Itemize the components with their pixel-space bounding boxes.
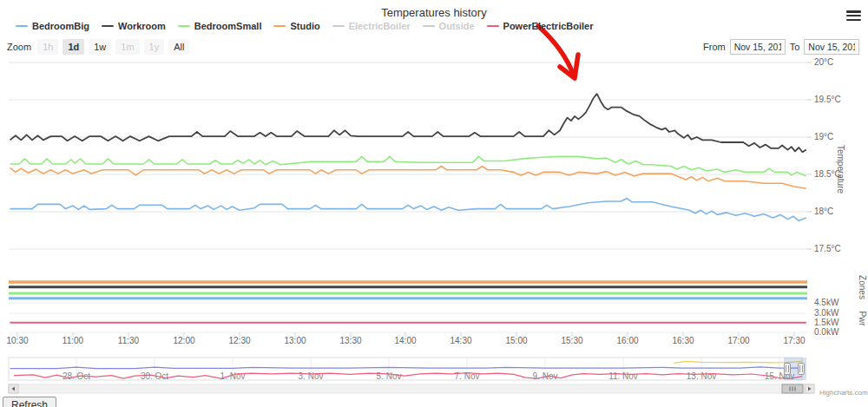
from-label: From: [703, 42, 726, 52]
legend-label: Outside: [439, 21, 475, 31]
highcharts-credit-link[interactable]: Highcharts.com: [819, 389, 868, 397]
temperature-axis-ticks: [807, 62, 812, 249]
navigator-series-yellow: [674, 361, 803, 363]
page-title: Temperatures history: [0, 6, 868, 19]
svg-text:5. Nov: 5. Nov: [377, 371, 402, 381]
zoom-button-1d[interactable]: 1d: [62, 39, 84, 55]
legend-label: PowerElectricBoiler: [503, 21, 594, 31]
chart-canvas: 10:3011:00 11:3012:00 12:3013:00 13:3014…: [0, 0, 868, 407]
temperature-axis-title: Temperature: [836, 145, 845, 194]
legend-item-powerelectricboiler[interactable]: PowerElectricBoiler: [487, 21, 594, 31]
to-date-input[interactable]: [804, 39, 859, 55]
svg-text:19°C: 19°C: [814, 132, 833, 141]
temperatures-history-app: Temperatures history BedroomBig Workroom…: [0, 0, 868, 407]
svg-text:1. Nov: 1. Nov: [220, 371, 246, 381]
svg-text:19.5°C: 19.5°C: [814, 95, 841, 104]
navigator-series-blue: [10, 367, 803, 369]
navigator: 28. Oct 30. Oct 1. Nov 3. Nov 5. Nov 7. …: [9, 358, 806, 381]
svg-text:16:00: 16:00: [616, 336, 638, 345]
svg-text:15:30: 15:30: [561, 336, 582, 345]
series-swatch-icon: [16, 25, 28, 28]
svg-text:11. Nov: 11. Nov: [608, 371, 638, 381]
legend-label: ElectricBoiler: [349, 21, 411, 31]
series-swatch-icon: [178, 25, 190, 28]
svg-text:20°C: 20°C: [814, 57, 833, 67]
plot-area[interactable]: [9, 57, 807, 333]
from-date-input[interactable]: [730, 39, 786, 55]
svg-text:13. Nov: 13. Nov: [687, 371, 716, 381]
svg-text:17.5°C: 17.5°C: [814, 244, 841, 253]
zoom-button-all[interactable]: All: [168, 39, 189, 55]
scrollbar-track[interactable]: [9, 384, 814, 393]
power-axis-title: Pwr: [858, 311, 867, 326]
navigator-handle-right[interactable]: [799, 364, 805, 375]
legend-item-outside[interactable]: Outside: [423, 21, 475, 31]
series-swatch-icon: [102, 25, 114, 28]
svg-text:12:00: 12:00: [173, 336, 194, 345]
date-range-controls: From To: [703, 39, 859, 55]
svg-text:3. Nov: 3. Nov: [299, 371, 324, 381]
legend-item-studio[interactable]: Studio: [273, 21, 319, 31]
svg-text:11:00: 11:00: [62, 336, 84, 345]
svg-text:14:30: 14:30: [450, 336, 471, 345]
legend-label: Studio: [290, 21, 319, 31]
series-swatch-icon: [423, 25, 435, 28]
svg-text:10:30: 10:30: [6, 336, 28, 345]
svg-text:17:00: 17:00: [727, 336, 749, 345]
to-label: To: [790, 42, 800, 52]
svg-text:4.5kW: 4.5kW: [814, 298, 839, 307]
zoom-button-1w[interactable]: 1w: [89, 39, 111, 55]
legend-item-electricboiler[interactable]: ElectricBoiler: [332, 21, 411, 31]
scrollbar: [9, 384, 814, 393]
zoom-controls: Zoom 1h 1d 1w 1m 1y All: [7, 39, 189, 55]
svg-text:3.0kW: 3.0kW: [814, 308, 839, 318]
legend-label: BedroomSmall: [194, 21, 262, 31]
legend-item-bedroombig[interactable]: BedroomBig: [16, 21, 89, 31]
legend-item-bedroomsmall[interactable]: BedroomSmall: [178, 21, 262, 31]
navigator-series-red: [14, 373, 802, 379]
svg-text:13:00: 13:00: [284, 336, 306, 345]
refresh-button[interactable]: Refresh: [3, 397, 56, 407]
svg-text:16:30: 16:30: [672, 336, 694, 345]
svg-text:17:30: 17:30: [783, 336, 805, 345]
svg-text:30. Oct: 30. Oct: [141, 371, 168, 381]
svg-text:15:00: 15:00: [505, 336, 527, 345]
zoom-button-1y[interactable]: 1y: [144, 39, 165, 55]
svg-text:11:30: 11:30: [118, 336, 140, 345]
series-swatch-icon: [332, 25, 345, 28]
legend-label: BedroomBig: [32, 21, 89, 31]
zoom-button-1m[interactable]: 1m: [115, 39, 139, 55]
hamburger-menu-icon[interactable]: [846, 10, 861, 21]
svg-text:12:30: 12:30: [228, 336, 250, 345]
series-swatch-icon: [273, 25, 286, 28]
svg-text:7. Nov: 7. Nov: [455, 371, 480, 381]
zoom-label: Zoom: [7, 42, 31, 52]
svg-text:0.0kW: 0.0kW: [814, 327, 839, 337]
svg-text:1.5kW: 1.5kW: [814, 318, 839, 327]
svg-text:14:00: 14:00: [394, 336, 416, 345]
series-swatch-icon: [487, 25, 499, 28]
navigator-handle-left[interactable]: [785, 364, 791, 375]
legend-label: Workroom: [118, 21, 166, 31]
power-axis-labels: 4.5kW 3.0kW 1.5kW 0.0kW: [814, 298, 839, 337]
svg-text:28. Oct: 28. Oct: [62, 371, 90, 381]
scrollbar-thumb[interactable]: [782, 384, 803, 393]
svg-text:13:30: 13:30: [339, 336, 361, 345]
x-axis-labels: 10:3011:00 11:3012:00 12:3013:00 13:3014…: [6, 336, 805, 345]
svg-text:9. Nov: 9. Nov: [533, 371, 558, 381]
navigator-date-labels: 28. Oct 30. Oct 1. Nov 3. Nov 5. Nov 7. …: [62, 371, 794, 381]
zoom-button-1h[interactable]: 1h: [37, 39, 58, 55]
legend-item-workroom[interactable]: Workroom: [102, 21, 166, 31]
svg-text:18°C: 18°C: [814, 207, 833, 216]
legend: BedroomBig Workroom BedroomSmall Studio …: [16, 21, 593, 31]
zones-axis-title: Zones: [858, 275, 867, 299]
